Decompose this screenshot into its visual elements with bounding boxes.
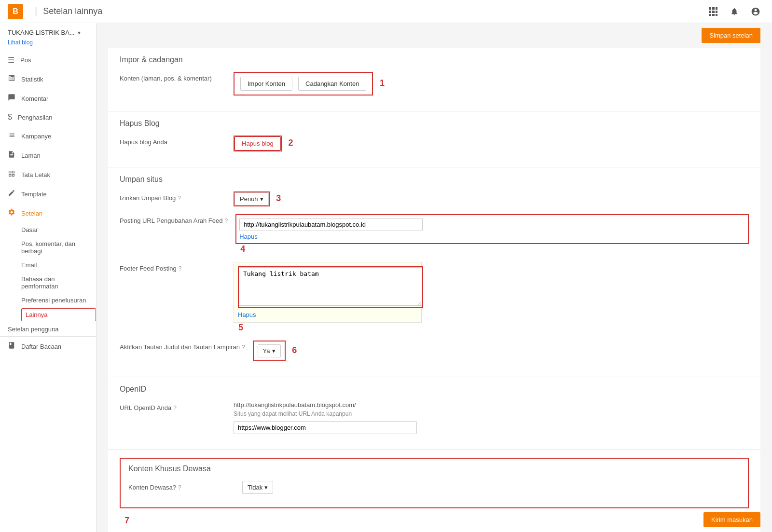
hapus-field-row: Hapus blog Anda Hapus blog 2 [120,136,749,151]
sidebar-subitem-bahasa[interactable]: Bahasa dan pemformatan [21,272,96,293]
openid-field-content: http://tukanglistrikpulaubatam.blogspot.… [234,401,749,434]
grid-icon-button[interactable] [704,3,722,20]
hapus-annotated-box: Hapus blog [234,136,282,151]
footer-feed-annotated-box: Tukang listrik batam [238,266,423,308]
cadangkan-konten-button[interactable]: Cadangkan Konten [298,77,366,91]
impor-section-title: Impor & cadangan [120,55,749,64]
footer-feed-row: Footer Feed Posting ? Tukang listrik bat… [120,262,749,333]
annotation-7: 7 [124,516,129,525]
openid-field-row: URL OpenID Anda ? http://tukanglistrikpu… [120,401,749,434]
top-bar: Simpan setelan [108,23,760,48]
blogger-logo: B [8,4,23,19]
kampanye-icon [8,131,15,141]
pos-icon: ☰ [8,55,14,65]
svg-rect-2 [716,7,717,10]
laman-icon [8,150,15,160]
sidebar-subitem-email[interactable]: Email [21,258,96,272]
bell-icon [730,7,739,16]
sidebar-item-laman-label: Laman [21,152,41,159]
layout: TUKANG LISTRIK BA... ▾ Lihat blog ☰ Pos … [0,23,772,532]
daftar-bacaan-icon [8,341,15,351]
sidebar-subitem-pos-komentar[interactable]: Pos, komentar, dan berbagi [21,237,96,258]
izinkan-field-row: Izinkan Umpan Blog ? Penuh ▾ 3 [120,191,749,206]
statistik-icon [8,74,15,84]
svg-rect-4 [712,11,715,13]
impor-field-row: Konten (laman, pos, & komentar) Impor Ko… [120,72,749,95]
sidebar-subitem-setelan-pengguna[interactable]: Setelan pengguna [0,322,96,336]
footer-help-icon: ? [179,265,182,272]
posting-hapus-link[interactable]: Hapus [239,233,745,240]
annotation-4: 4 [240,244,245,254]
impor-section: Impor & cadangan Konten (laman, pos, & k… [108,48,760,111]
openid-url-value: http://tukanglistrikpulaubatam.blogspot.… [234,401,749,409]
footer-hapus-link[interactable]: Hapus [238,311,417,318]
sidebar-subitem-dasar[interactable]: Dasar [21,223,96,237]
account-icon-button[interactable] [747,3,764,20]
dewasa-value: Tidak [248,484,262,491]
impor-konten-button[interactable]: Impor Konten [240,77,292,91]
footer-label: Footer Feed Posting ? [120,262,226,272]
sidebar: TUKANG LISTRIK BA... ▾ Lihat blog ☰ Pos … [0,23,96,532]
izinkan-label: Izinkan Umpan Blog ? [120,191,226,202]
setelan-icon [8,208,15,218]
posting-url-content: Hapus 4 [235,214,749,254]
izinkan-help-icon: ? [178,195,181,202]
hapus-section-title: Hapus Blog [120,119,749,128]
dewasa-section: Konten Khusus Dewasa Konten Dewasa? ? Ti… [108,450,760,532]
dewasa-title: Konten Khusus Dewasa [128,464,740,473]
main-content: Simpan setelan Impor & cadangan Konten (… [96,23,772,532]
sidebar-item-kampanye[interactable]: Kampanye [0,126,96,146]
penghasilan-icon: $ [8,113,12,122]
blog-name-text: TUKANG LISTRIK BA... [8,29,75,36]
sidebar-item-template-label: Template [21,191,47,198]
dropdown-arrow-icon: ▾ [78,29,81,36]
sidebar-subitem-preferensi[interactable]: Preferensi penelusuran [21,293,96,307]
account-icon [751,7,760,16]
sidebar-subitem-lainnya[interactable]: Lainnya [21,308,96,321]
view-blog-link[interactable]: Lihat blog [0,38,96,51]
hapus-blog-button[interactable]: Hapus blog [234,136,281,150]
sidebar-item-pos[interactable]: ☰ Pos [0,51,96,69]
sidebar-item-laman[interactable]: Laman [0,146,96,165]
tautan-row: Aktifkan Tautan Judul dan Tautan Lampira… [120,341,749,361]
sidebar-item-kampanye-label: Kampanye [21,133,51,140]
sidebar-item-komentar[interactable]: Komentar [0,89,96,108]
sidebar-item-template[interactable]: Template [0,184,96,204]
izinkan-field-content: Penuh ▾ 3 [234,191,749,206]
impor-annotated-box: Impor Konten Cadangkan Konten [234,72,373,95]
template-icon [8,189,15,199]
dropdown-chevron-icon: ▾ [260,195,263,203]
sidebar-item-komentar-label: Komentar [21,95,48,102]
svg-rect-3 [709,11,711,13]
tautan-dropdown[interactable]: Ya ▾ [258,344,281,357]
sidebar-item-statistik[interactable]: Statistik [0,69,96,89]
tautan-value: Ya [263,347,270,355]
konten-label: Konten (laman, pos, & komentar) [120,72,226,82]
dewasa-dropdown[interactable]: Tidak ▾ [242,481,273,494]
sidebar-item-daftar-bacaan-label: Daftar Bacaan [21,343,61,350]
tata-letak-icon [8,170,15,179]
footer-feed-textarea[interactable]: Tukang listrik batam [239,267,422,306]
footer-feed-content: Tukang listrik batam Hapus 5 [234,262,749,333]
komentar-icon [8,94,15,103]
save-setelan-button[interactable]: Simpan setelan [702,28,760,43]
impor-field-content: Impor Konten Cadangkan Konten 1 [234,72,749,95]
dewasa-konten-label: Konten Dewasa? ? [128,481,234,491]
sidebar-item-setelan-label: Setelan [21,210,42,217]
openid-help-icon: ? [173,405,177,411]
sidebar-item-tata-letak[interactable]: Tata Letak [0,165,96,184]
sidebar-item-penghasilan[interactable]: $ Penghasilan [0,108,96,126]
posting-url-input[interactable] [239,218,423,231]
bell-icon-button[interactable] [726,3,743,20]
tautan-chevron-icon: ▾ [272,347,276,355]
kirim-masukan-button[interactable]: Kirim masukan [703,512,760,527]
openid-section-title: OpenID [120,385,749,394]
dewasa-field-row: Konten Dewasa? ? Tidak ▾ [128,481,740,494]
sidebar-item-setelan[interactable]: Setelan [0,204,96,223]
izinkan-value: Penuh [240,195,258,203]
openid-input[interactable] [234,421,417,434]
blog-name-selector[interactable]: TUKANG LISTRIK BA... ▾ [0,23,96,38]
izinkan-dropdown[interactable]: Penuh ▾ [234,192,269,205]
header-divider: | [35,6,37,17]
sidebar-item-daftar-bacaan[interactable]: Daftar Bacaan [0,337,96,356]
